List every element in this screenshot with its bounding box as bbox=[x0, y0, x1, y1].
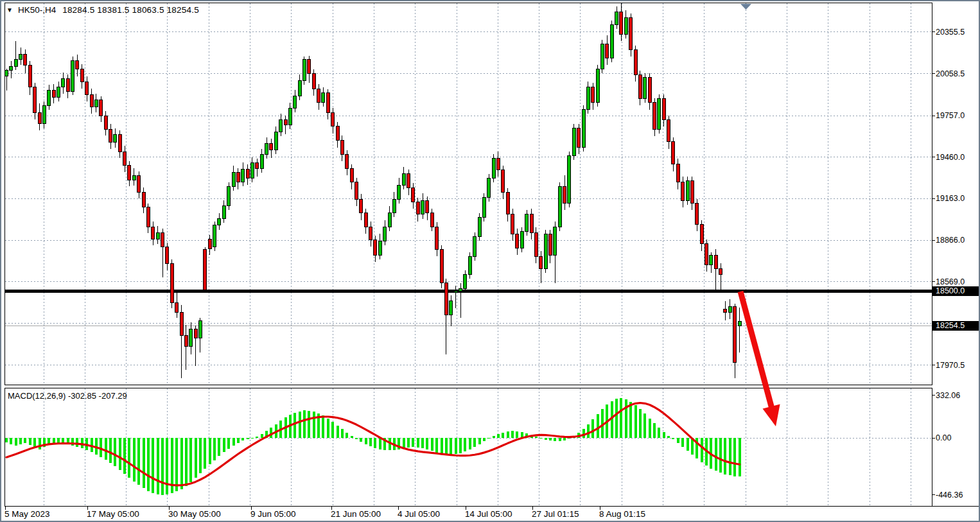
symbol-menu-icon[interactable]: ▼ bbox=[6, 6, 13, 13]
chart-window: ▼ HK50-,H4 18284.5 18381.5 18063.5 18254… bbox=[0, 0, 980, 522]
price-axis-label: 18866.0 bbox=[936, 236, 965, 245]
macd-axis-label: -446.36 bbox=[936, 491, 963, 500]
time-axis-label: 14 Jul 05:00 bbox=[465, 509, 512, 519]
price-axis-label: 19163.0 bbox=[936, 194, 965, 203]
macd-axis-label: 0.00 bbox=[936, 433, 951, 442]
chart-shift-marker-icon[interactable] bbox=[740, 4, 751, 10]
price-axis-label: 19757.0 bbox=[936, 111, 965, 120]
macd-signal-line bbox=[6, 403, 740, 485]
time-axis-label: 30 May 05:00 bbox=[168, 509, 221, 519]
time-axis-label: 17 May 05:00 bbox=[87, 509, 139, 519]
time-axis-label: 9 Jun 05:00 bbox=[250, 509, 296, 519]
macd-axis-label: 332.06 bbox=[936, 391, 960, 400]
ohlc-values: 18284.5 18381.5 18063.5 18254.5 bbox=[62, 5, 199, 15]
time-axis-label: 27 Jul 01:15 bbox=[532, 509, 579, 519]
price-axis-label: 20355.5 bbox=[936, 28, 965, 37]
candlestick-series[interactable] bbox=[5, 3, 742, 378]
symbol-timeframe-label: HK50-,H4 bbox=[18, 5, 56, 15]
macd-histogram bbox=[5, 398, 741, 494]
time-axis-label: 8 Aug 01:15 bbox=[599, 509, 645, 519]
time-axis-label: 21 Jun 05:00 bbox=[331, 509, 381, 519]
current-price-badge: 18254.5 bbox=[932, 321, 980, 331]
price-axis-label: 18569.0 bbox=[936, 277, 965, 286]
price-axis-label: 17970.5 bbox=[936, 361, 965, 370]
price-axis-label: 20058.5 bbox=[936, 69, 965, 78]
time-axis-label: 4 Jul 05:00 bbox=[398, 509, 440, 519]
macd-indicator-label: MACD(12,26,9) -302.85 -207.29 bbox=[8, 391, 127, 401]
down-arrow-annotation[interactable] bbox=[740, 291, 780, 426]
chart-title: ▼ HK50-,H4 18284.5 18381.5 18063.5 18254… bbox=[6, 5, 199, 15]
chart-canvas[interactable] bbox=[1, 1, 980, 522]
price-level-badge: 18500.0 bbox=[932, 286, 980, 296]
price-axis-label: 19460.0 bbox=[936, 153, 965, 162]
time-axis-label: 5 May 2023 bbox=[4, 509, 50, 519]
